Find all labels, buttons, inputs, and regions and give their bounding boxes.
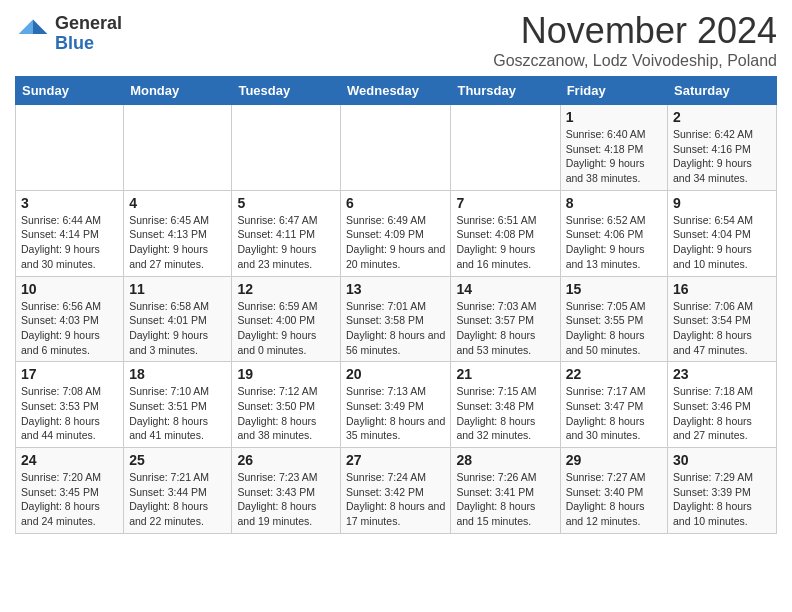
svg-marker-0 — [33, 19, 47, 33]
day-number: 21 — [456, 366, 554, 382]
day-detail: Sunrise: 7:20 AMSunset: 3:45 PMDaylight:… — [21, 470, 118, 529]
logo-blue-text: Blue — [55, 34, 122, 54]
day-number: 6 — [346, 195, 445, 211]
calendar-cell: 6Sunrise: 6:49 AMSunset: 4:09 PMDaylight… — [341, 190, 451, 276]
day-number: 13 — [346, 281, 445, 297]
day-detail: Sunrise: 6:54 AMSunset: 4:04 PMDaylight:… — [673, 213, 771, 272]
calendar-cell: 20Sunrise: 7:13 AMSunset: 3:49 PMDayligh… — [341, 362, 451, 448]
day-detail: Sunrise: 7:13 AMSunset: 3:49 PMDaylight:… — [346, 384, 445, 443]
calendar-cell: 10Sunrise: 6:56 AMSunset: 4:03 PMDayligh… — [16, 276, 124, 362]
weekday-header-monday: Monday — [124, 77, 232, 105]
day-detail: Sunrise: 6:42 AMSunset: 4:16 PMDaylight:… — [673, 127, 771, 186]
calendar-week-row: 17Sunrise: 7:08 AMSunset: 3:53 PMDayligh… — [16, 362, 777, 448]
calendar-cell: 30Sunrise: 7:29 AMSunset: 3:39 PMDayligh… — [668, 448, 777, 534]
logo-text: General Blue — [55, 14, 122, 54]
day-number: 20 — [346, 366, 445, 382]
calendar-table: SundayMondayTuesdayWednesdayThursdayFrid… — [15, 76, 777, 534]
calendar-cell: 4Sunrise: 6:45 AMSunset: 4:13 PMDaylight… — [124, 190, 232, 276]
calendar-cell: 22Sunrise: 7:17 AMSunset: 3:47 PMDayligh… — [560, 362, 667, 448]
day-detail: Sunrise: 7:12 AMSunset: 3:50 PMDaylight:… — [237, 384, 335, 443]
day-number: 8 — [566, 195, 662, 211]
day-number: 3 — [21, 195, 118, 211]
calendar-cell — [341, 105, 451, 191]
day-detail: Sunrise: 7:17 AMSunset: 3:47 PMDaylight:… — [566, 384, 662, 443]
calendar-week-row: 24Sunrise: 7:20 AMSunset: 3:45 PMDayligh… — [16, 448, 777, 534]
day-detail: Sunrise: 7:03 AMSunset: 3:57 PMDaylight:… — [456, 299, 554, 358]
day-number: 17 — [21, 366, 118, 382]
day-detail: Sunrise: 6:58 AMSunset: 4:01 PMDaylight:… — [129, 299, 226, 358]
calendar-cell: 16Sunrise: 7:06 AMSunset: 3:54 PMDayligh… — [668, 276, 777, 362]
calendar-cell: 11Sunrise: 6:58 AMSunset: 4:01 PMDayligh… — [124, 276, 232, 362]
calendar-week-row: 10Sunrise: 6:56 AMSunset: 4:03 PMDayligh… — [16, 276, 777, 362]
day-number: 28 — [456, 452, 554, 468]
calendar-cell: 18Sunrise: 7:10 AMSunset: 3:51 PMDayligh… — [124, 362, 232, 448]
day-number: 19 — [237, 366, 335, 382]
day-detail: Sunrise: 6:56 AMSunset: 4:03 PMDaylight:… — [21, 299, 118, 358]
day-detail: Sunrise: 7:27 AMSunset: 3:40 PMDaylight:… — [566, 470, 662, 529]
day-number: 22 — [566, 366, 662, 382]
day-detail: Sunrise: 7:15 AMSunset: 3:48 PMDaylight:… — [456, 384, 554, 443]
calendar-cell — [232, 105, 341, 191]
weekday-header-saturday: Saturday — [668, 77, 777, 105]
day-detail: Sunrise: 6:47 AMSunset: 4:11 PMDaylight:… — [237, 213, 335, 272]
day-detail: Sunrise: 7:01 AMSunset: 3:58 PMDaylight:… — [346, 299, 445, 358]
day-number: 18 — [129, 366, 226, 382]
calendar-cell: 3Sunrise: 6:44 AMSunset: 4:14 PMDaylight… — [16, 190, 124, 276]
calendar-cell: 21Sunrise: 7:15 AMSunset: 3:48 PMDayligh… — [451, 362, 560, 448]
day-detail: Sunrise: 6:52 AMSunset: 4:06 PMDaylight:… — [566, 213, 662, 272]
day-detail: Sunrise: 7:29 AMSunset: 3:39 PMDaylight:… — [673, 470, 771, 529]
day-detail: Sunrise: 6:44 AMSunset: 4:14 PMDaylight:… — [21, 213, 118, 272]
calendar-cell: 1Sunrise: 6:40 AMSunset: 4:18 PMDaylight… — [560, 105, 667, 191]
day-detail: Sunrise: 7:10 AMSunset: 3:51 PMDaylight:… — [129, 384, 226, 443]
day-number: 9 — [673, 195, 771, 211]
weekday-header-sunday: Sunday — [16, 77, 124, 105]
logo-icon — [15, 16, 51, 52]
calendar-cell: 12Sunrise: 6:59 AMSunset: 4:00 PMDayligh… — [232, 276, 341, 362]
day-number: 14 — [456, 281, 554, 297]
calendar-cell — [451, 105, 560, 191]
header: General Blue November 2024 Goszczanow, L… — [15, 10, 777, 70]
day-number: 10 — [21, 281, 118, 297]
calendar-cell: 17Sunrise: 7:08 AMSunset: 3:53 PMDayligh… — [16, 362, 124, 448]
day-number: 29 — [566, 452, 662, 468]
calendar-cell: 9Sunrise: 6:54 AMSunset: 4:04 PMDaylight… — [668, 190, 777, 276]
day-detail: Sunrise: 7:24 AMSunset: 3:42 PMDaylight:… — [346, 470, 445, 529]
calendar-week-row: 3Sunrise: 6:44 AMSunset: 4:14 PMDaylight… — [16, 190, 777, 276]
calendar-cell: 27Sunrise: 7:24 AMSunset: 3:42 PMDayligh… — [341, 448, 451, 534]
weekday-header-tuesday: Tuesday — [232, 77, 341, 105]
logo-general-text: General — [55, 14, 122, 34]
day-detail: Sunrise: 6:45 AMSunset: 4:13 PMDaylight:… — [129, 213, 226, 272]
logo: General Blue — [15, 14, 122, 54]
calendar-header: SundayMondayTuesdayWednesdayThursdayFrid… — [16, 77, 777, 105]
day-detail: Sunrise: 7:26 AMSunset: 3:41 PMDaylight:… — [456, 470, 554, 529]
calendar-cell: 23Sunrise: 7:18 AMSunset: 3:46 PMDayligh… — [668, 362, 777, 448]
calendar-cell: 7Sunrise: 6:51 AMSunset: 4:08 PMDaylight… — [451, 190, 560, 276]
day-number: 5 — [237, 195, 335, 211]
day-number: 23 — [673, 366, 771, 382]
calendar-cell: 2Sunrise: 6:42 AMSunset: 4:16 PMDaylight… — [668, 105, 777, 191]
day-detail: Sunrise: 7:21 AMSunset: 3:44 PMDaylight:… — [129, 470, 226, 529]
day-number: 7 — [456, 195, 554, 211]
calendar-week-row: 1Sunrise: 6:40 AMSunset: 4:18 PMDaylight… — [16, 105, 777, 191]
title-area: November 2024 Goszczanow, Lodz Voivodesh… — [493, 10, 777, 70]
calendar-cell — [16, 105, 124, 191]
day-detail: Sunrise: 7:05 AMSunset: 3:55 PMDaylight:… — [566, 299, 662, 358]
calendar-cell: 5Sunrise: 6:47 AMSunset: 4:11 PMDaylight… — [232, 190, 341, 276]
day-number: 15 — [566, 281, 662, 297]
calendar-cell: 28Sunrise: 7:26 AMSunset: 3:41 PMDayligh… — [451, 448, 560, 534]
location-subtitle: Goszczanow, Lodz Voivodeship, Poland — [493, 52, 777, 70]
day-detail: Sunrise: 6:51 AMSunset: 4:08 PMDaylight:… — [456, 213, 554, 272]
calendar-cell: 13Sunrise: 7:01 AMSunset: 3:58 PMDayligh… — [341, 276, 451, 362]
day-detail: Sunrise: 6:49 AMSunset: 4:09 PMDaylight:… — [346, 213, 445, 272]
weekday-header-wednesday: Wednesday — [341, 77, 451, 105]
day-number: 16 — [673, 281, 771, 297]
calendar-cell: 29Sunrise: 7:27 AMSunset: 3:40 PMDayligh… — [560, 448, 667, 534]
day-detail: Sunrise: 6:40 AMSunset: 4:18 PMDaylight:… — [566, 127, 662, 186]
day-number: 12 — [237, 281, 335, 297]
month-title: November 2024 — [493, 10, 777, 52]
calendar-cell: 19Sunrise: 7:12 AMSunset: 3:50 PMDayligh… — [232, 362, 341, 448]
day-number: 4 — [129, 195, 226, 211]
weekday-header-friday: Friday — [560, 77, 667, 105]
calendar-cell: 14Sunrise: 7:03 AMSunset: 3:57 PMDayligh… — [451, 276, 560, 362]
svg-marker-1 — [19, 19, 33, 33]
